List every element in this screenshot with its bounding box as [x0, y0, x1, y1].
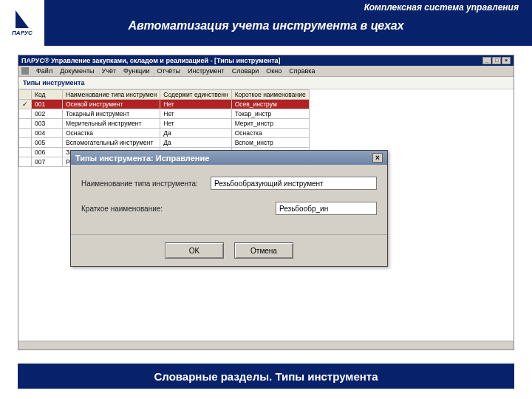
- page-title: Автоматизация учета инструмента в цехах: [0, 15, 532, 33]
- dialog-title-text: Типы инструмента: Исправление: [75, 154, 209, 163]
- cell-short: Вспом_инстр: [231, 138, 309, 148]
- slide-footer: Словарные разделы. Типы инструмента: [18, 364, 514, 389]
- cell-check[interactable]: [19, 129, 32, 138]
- menu-acct[interactable]: Учёт: [102, 67, 117, 75]
- window-title-text: ПАРУС® Управление закупками, складом и р…: [21, 57, 281, 64]
- table-row[interactable]: 005Вспомогательный инструментДаВспом_инс…: [19, 138, 310, 148]
- cell-check[interactable]: [19, 138, 32, 148]
- cell-check[interactable]: [19, 119, 32, 129]
- cell-name: Оснастка: [63, 129, 160, 138]
- cell-short: Осев_инструм: [231, 100, 309, 109]
- cell-single: Нет: [160, 109, 231, 119]
- menu-file[interactable]: Файл: [36, 67, 52, 75]
- col-short[interactable]: Короткое наименование: [231, 90, 309, 100]
- cell-code: 004: [32, 129, 63, 138]
- cell-single: Нет: [160, 100, 231, 109]
- input-name[interactable]: [211, 177, 377, 190]
- maximize-icon[interactable]: □: [492, 57, 501, 64]
- cell-code: 006: [32, 148, 63, 157]
- dialog-titlebar[interactable]: Типы инструмента: Исправление ×: [71, 151, 387, 165]
- minimize-icon[interactable]: _: [482, 57, 491, 64]
- menu-dicts[interactable]: Словари: [232, 67, 259, 75]
- cell-name: Осевой инструмент: [63, 100, 160, 109]
- system-label: Комплексная система управления: [364, 2, 519, 13]
- cell-name: Токарный инструмент: [63, 109, 160, 119]
- cell-short: Токар_инстр: [231, 109, 309, 119]
- sail-icon: [16, 10, 29, 28]
- cell-code: 003: [32, 119, 63, 129]
- brand-text: ПАРУС: [12, 30, 33, 36]
- status-bar: [18, 341, 514, 349]
- col-single[interactable]: Содержит единственн: [160, 90, 231, 100]
- slide-header: ПАРУС Комплексная система управления Авт…: [0, 0, 532, 46]
- footer-text: Словарные разделы. Типы инструмента: [154, 370, 378, 383]
- menu-window[interactable]: Окно: [266, 67, 282, 75]
- window-controls: _ □ ×: [482, 57, 511, 64]
- cell-short: Оснастка: [231, 129, 309, 138]
- cell-short: Мерит_инстр: [231, 119, 309, 129]
- app-window: ПАРУС® Управление закупками, складом и р…: [18, 55, 514, 350]
- table-row[interactable]: ✓001Осевой инструментНетОсев_инструм: [19, 100, 310, 109]
- col-code[interactable]: Код: [32, 90, 63, 100]
- dialog-close-icon[interactable]: ×: [372, 153, 383, 163]
- cancel-button[interactable]: Отмена: [234, 242, 293, 259]
- menu-reports[interactable]: Отчёты: [157, 67, 180, 75]
- label-short: Краткое наименование:: [81, 205, 211, 213]
- cell-code: 005: [32, 138, 63, 148]
- cell-check[interactable]: [19, 109, 32, 119]
- col-check[interactable]: [19, 90, 32, 100]
- window-titlebar[interactable]: ПАРУС® Управление закупками, складом и р…: [18, 55, 514, 66]
- label-name: Наименование типа инструмента:: [81, 180, 211, 188]
- menubar: Файл Документы Учёт Функции Отчёты Инстр…: [18, 66, 514, 77]
- ok-button[interactable]: OK: [165, 242, 224, 259]
- edit-dialog: Типы инструмента: Исправление × Наименов…: [70, 150, 388, 267]
- table-row[interactable]: 003Мерительный инструментНетМерит_инстр: [19, 119, 310, 129]
- cell-check[interactable]: [19, 157, 32, 167]
- table-row[interactable]: 002Токарный инструментНетТокар_инстр: [19, 109, 310, 119]
- cell-single: Да: [160, 138, 231, 148]
- table-row[interactable]: 004ОснасткаДаОснастка: [19, 129, 310, 138]
- cell-code: 007: [32, 157, 63, 167]
- cell-single: Нет: [160, 119, 231, 129]
- cell-check[interactable]: ✓: [19, 100, 32, 109]
- menu-tool[interactable]: Инструмент: [188, 67, 225, 75]
- input-short[interactable]: [276, 202, 377, 215]
- cell-code: 001: [32, 100, 63, 109]
- cell-check[interactable]: [19, 148, 32, 157]
- brand-logo: ПАРУС: [0, 0, 44, 46]
- cell-name: Мерительный инструмент: [63, 119, 160, 129]
- close-icon[interactable]: ×: [502, 57, 511, 64]
- section-title: Типы инструмента: [18, 77, 514, 89]
- col-name[interactable]: Наименование типа инструмен: [63, 90, 160, 100]
- cell-name: Вспомогательный инструмент: [63, 138, 160, 148]
- cell-code: 002: [32, 109, 63, 119]
- menu-docs[interactable]: Документы: [60, 67, 94, 75]
- app-menu-icon[interactable]: [21, 67, 29, 75]
- menu-help[interactable]: Справка: [289, 67, 315, 75]
- cell-single: Да: [160, 129, 231, 138]
- menu-func[interactable]: Функции: [123, 67, 149, 75]
